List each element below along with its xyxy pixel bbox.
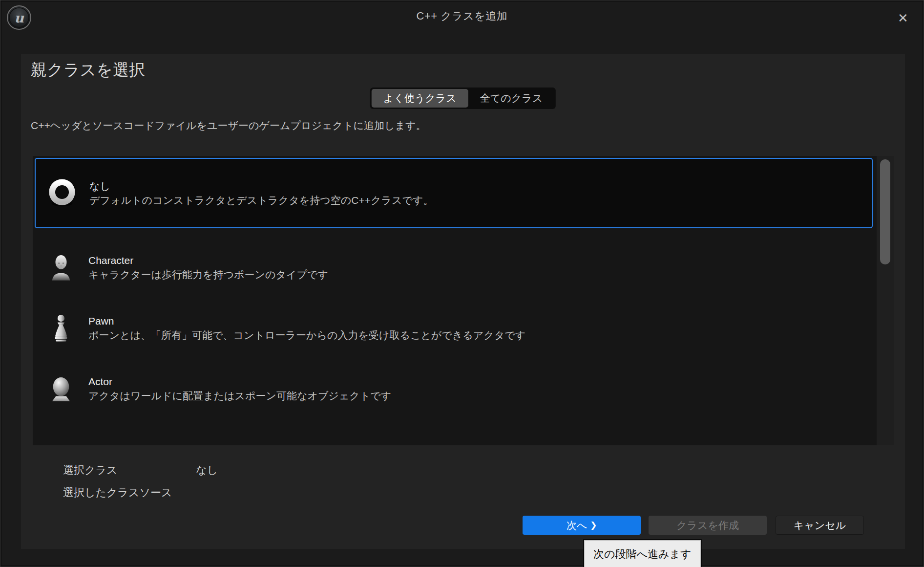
parent-class-list: なし デフォルトのコンストラクタとデストラクタを持つ空のC++クラスです。 <box>33 156 894 445</box>
cancel-button[interactable]: キャンセル <box>776 516 864 535</box>
character-icon <box>45 254 77 281</box>
close-icon[interactable]: ✕ <box>895 10 911 26</box>
cancel-button-label: キャンセル <box>794 519 846 532</box>
list-item-text: Pawn ポーンとは、「所有」可能で、コントローラーからの入力を受け取ることがで… <box>88 314 525 342</box>
list-item-none[interactable]: なし デフォルトのコンストラクタとデストラクタを持つ空のC++クラスです。 <box>35 158 873 228</box>
next-button-tooltip: 次の段階へ進みます <box>584 540 701 567</box>
selected-class-row: 選択クラス なし <box>63 459 218 481</box>
tab-common-classes[interactable]: よく使うクラス <box>372 89 468 108</box>
class-name: Character <box>88 253 328 267</box>
selection-summary: 選択クラス なし 選択したクラスソース <box>63 459 218 504</box>
next-button-label: 次へ <box>567 519 588 532</box>
list-item-actor[interactable]: Actor アクタはワールドに配置またはスポーン可能なオブジェクトです <box>35 366 873 411</box>
title-bar: u C++ クラスを追加 ✕ <box>0 0 924 36</box>
list-item-text: Character キャラクターは歩行能力を持つポーンのタイプです <box>88 253 328 282</box>
create-class-button-label: クラスを作成 <box>676 519 739 532</box>
selected-source-label: 選択したクラスソース <box>63 485 196 500</box>
class-description: アクタはワールドに配置またはスポーン可能なオブジェクトです <box>88 389 391 403</box>
class-name: なし <box>89 179 433 193</box>
create-class-button: クラスを作成 <box>649 516 767 535</box>
empty-class-ring-icon <box>46 178 78 208</box>
class-name: Actor <box>88 374 391 389</box>
dialog-title: C++ クラスを追加 <box>0 0 924 32</box>
selected-source-row: 選択したクラスソース <box>63 481 218 504</box>
list-item-text: なし デフォルトのコンストラクタとデストラクタを持つ空のC++クラスです。 <box>89 179 433 207</box>
add-cpp-class-dialog: u C++ クラスを追加 ✕ 親クラスを選択 よく使うクラス 全てのクラス C+… <box>0 0 924 567</box>
chevron-right-icon: ❯ <box>590 520 597 530</box>
list-item-pawn[interactable]: Pawn ポーンとは、「所有」可能で、コントローラーからの入力を受け取ることがで… <box>35 305 873 350</box>
class-description: キャラクターは歩行能力を持つポーンのタイプです <box>88 267 328 282</box>
selected-class-value: なし <box>196 463 218 478</box>
main-panel: 親クラスを選択 よく使うクラス 全てのクラス C++ヘッダとソースコードファイル… <box>21 54 905 549</box>
dialog-description: C++ヘッダとソースコードファイルをユーザーのゲームプロジェクトに追加します。 <box>31 119 426 132</box>
list-item-character[interactable]: Character キャラクターは歩行能力を持つポーンのタイプです <box>35 245 873 290</box>
tab-all-classes[interactable]: 全てのクラス <box>468 89 554 108</box>
pawn-icon <box>45 314 77 342</box>
page-title: 親クラスを選択 <box>31 59 145 81</box>
class-filter-tabs: よく使うクラス 全てのクラス <box>370 87 556 109</box>
actor-icon <box>45 375 77 402</box>
class-description: ポーンとは、「所有」可能で、コントローラーからの入力を受け取ることができるアクタ… <box>88 328 525 342</box>
list-item-text: Actor アクタはワールドに配置またはスポーン可能なオブジェクトです <box>88 374 391 403</box>
class-description: デフォルトのコンストラクタとデストラクタを持つ空のC++クラスです。 <box>89 193 433 207</box>
next-button[interactable]: 次へ ❯ <box>523 516 641 535</box>
scrollbar-thumb[interactable] <box>880 159 890 264</box>
class-name: Pawn <box>88 314 525 328</box>
scrollbar-track[interactable] <box>877 156 894 445</box>
selected-class-label: 選択クラス <box>63 463 196 478</box>
